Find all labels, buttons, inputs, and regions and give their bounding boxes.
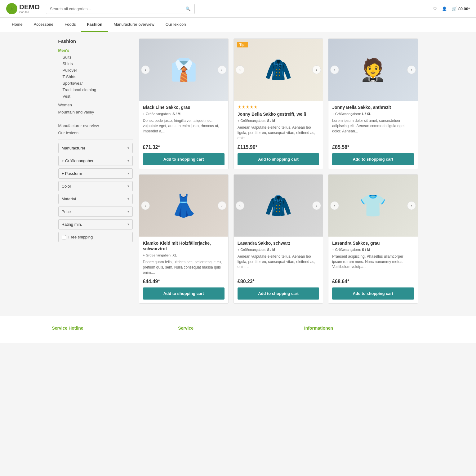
nav-accessoire[interactable]: Accessoire	[28, 18, 59, 32]
product-2-image-wrapper: Tip! ‹ 🧥 ›	[234, 39, 323, 101]
sidebar-lexicon[interactable]: Our lexicon	[58, 129, 133, 136]
free-shipping-checkbox[interactable]	[62, 235, 66, 239]
sidebar-item-mountain[interactable]: Mountain and valley	[58, 109, 133, 116]
filter-manufacturer[interactable]: Manufacturer▾	[58, 143, 133, 153]
product-5-silhouette: 🧥	[265, 193, 292, 218]
product-3-add-to-cart[interactable]: Add to shopping cart	[332, 153, 414, 165]
product-3-body: Jonny Bella Sakko, anthrazit + Größenang…	[328, 101, 417, 169]
filter-rating-label: Rating min.	[62, 222, 82, 227]
nav-foods[interactable]: Foods	[59, 18, 81, 32]
logo-subtitle: Coo-fas	[19, 11, 40, 14]
product-6-next-btn[interactable]: ›	[407, 201, 416, 210]
filter-rating[interactable]: Rating min.▾	[58, 219, 133, 229]
products-grid: ‹ 👔 › Black Line Sakko, grau + Größenang…	[139, 38, 418, 304]
product-1-image: 👔	[139, 39, 228, 101]
logo-title: DEMO	[19, 4, 40, 11]
free-shipping-label: Free shipping	[69, 235, 93, 239]
product-1-add-to-cart[interactable]: Add to shopping cart	[143, 153, 225, 165]
search-input[interactable]	[46, 4, 182, 14]
product-6-prev-btn[interactable]: ‹	[330, 201, 339, 210]
product-5-image-wrapper: ‹ 🧥 ›	[234, 175, 323, 237]
sidebar-item-suits[interactable]: Suits	[58, 54, 133, 60]
product-2-body: ★★★★★ Jonny Bella Sakko gestreift, weiß …	[234, 101, 323, 169]
product-5-add-to-cart[interactable]: Add to shopping cart	[238, 287, 319, 300]
nav-lexicon[interactable]: Our lexicon	[160, 18, 192, 32]
product-4-add-to-cart[interactable]: Add to shopping cart	[143, 287, 225, 300]
filter-color[interactable]: Color▾	[58, 181, 133, 191]
filter-material-label: Material	[62, 197, 76, 201]
product-5-next-btn[interactable]: ›	[312, 201, 321, 210]
logo[interactable]: 🌿 DEMO Coo-fas	[6, 3, 40, 14]
product-1-sizes: + Größenangaben: S / M	[143, 112, 225, 116]
wishlist-icon[interactable]: ♡	[433, 7, 437, 11]
search-button[interactable]: 🔍	[182, 4, 194, 14]
sidebar-item-shirts[interactable]: Shirts	[58, 60, 133, 67]
product-3-prev-btn[interactable]: ‹	[330, 65, 339, 74]
filter-groessenangaben[interactable]: + Größenangaben▾	[58, 156, 133, 166]
product-2-add-to-cart[interactable]: Add to shopping cart	[238, 153, 319, 165]
sidebar-item-mens[interactable]: Men's	[58, 47, 133, 54]
product-4-prev-btn[interactable]: ‹	[141, 201, 150, 210]
product-2-next-btn[interactable]: ›	[312, 65, 321, 74]
product-6-price: £68.64*	[332, 279, 414, 284]
product-5-sizes: + Größenangaben: S / M	[238, 248, 319, 251]
sidebar-item-traditional[interactable]: Traditional clothing	[58, 87, 133, 93]
product-1-next-btn[interactable]: ›	[218, 65, 226, 74]
footer-service-title: Service	[178, 326, 298, 331]
product-1-price: £71.32*	[143, 145, 225, 150]
sidebar-item-women[interactable]: Women	[58, 101, 133, 109]
product-1-body: Black Line Sakko, grau + Größenangaben: …	[139, 101, 228, 169]
product-4-next-btn[interactable]: ›	[218, 201, 226, 210]
account-icon[interactable]: 👤	[442, 7, 447, 11]
sidebar-item-sportswear[interactable]: Sportswear	[58, 80, 133, 87]
sidebar-sep-2	[58, 140, 133, 140]
product-3-next-btn[interactable]: ›	[407, 65, 416, 74]
product-1-desc: Donec pede justo, fringilla vel, aliquet…	[143, 118, 225, 140]
product-6-add-to-cart[interactable]: Add to shopping cart	[332, 287, 414, 300]
product-6-desc: Praesent adipiscing. Phasellus ullamcorp…	[332, 254, 414, 275]
footer: Service Hotline Service Informationen	[0, 316, 476, 343]
sidebar-manufacturer-overview[interactable]: Manufacturer overview	[58, 122, 133, 129]
sidebar-item-pullover[interactable]: Pullover	[58, 67, 133, 73]
product-3-image-wrapper: ‹ 🤵 ›	[328, 39, 417, 101]
product-1-name: Black Line Sakko, grau	[143, 105, 225, 110]
filter-material[interactable]: Material▾	[58, 194, 133, 204]
main-content: Fashion Men's Suits Shirts Pullover T-Sh…	[52, 32, 424, 310]
filter-manufacturer-chevron: ▾	[127, 146, 129, 150]
sidebar: Fashion Men's Suits Shirts Pullover T-Sh…	[58, 38, 133, 304]
filter-passform[interactable]: + Passform▾	[58, 168, 133, 179]
product-5-desc: Aenean vulputate eleifend tellus. Aenean…	[238, 254, 319, 275]
sidebar-item-vest[interactable]: Vest	[58, 93, 133, 100]
product-card-3: ‹ 🤵 › Jonny Bella Sakko, anthrazit + Grö…	[328, 38, 418, 169]
nav-fashion[interactable]: Fashion	[81, 18, 108, 32]
filter-price-chevron: ▾	[127, 210, 129, 214]
products-area: ‹ 👔 › Black Line Sakko, grau + Größenang…	[139, 38, 418, 304]
footer-grid: Service Hotline Service Informationen	[52, 326, 424, 334]
product-6-image: 👕	[328, 175, 417, 237]
sidebar-title: Fashion	[58, 38, 133, 44]
filter-rating-chevron: ▾	[127, 222, 129, 226]
product-5-prev-btn[interactable]: ‹	[236, 201, 244, 210]
nav-manufacturer[interactable]: Manufacturer overview	[108, 18, 160, 32]
product-card-5: ‹ 🧥 › Lasandra Sakko, schwarz + Größenan…	[234, 174, 323, 304]
product-5-body: Lasandra Sakko, schwarz + Größenangaben:…	[234, 237, 323, 304]
sidebar-item-tshirts[interactable]: T-Shirts	[58, 73, 133, 80]
footer-col-service: Service	[178, 326, 298, 334]
cart-icon[interactable]: 🛒 £0.00*	[452, 7, 470, 11]
search-bar: 🔍	[46, 4, 195, 14]
nav-home[interactable]: Home	[6, 18, 28, 32]
product-6-silhouette: 👕	[359, 193, 386, 218]
filter-groessenangaben-label: + Größenangaben	[62, 158, 95, 163]
filter-groessenangaben-chevron: ▾	[127, 159, 129, 163]
free-shipping-filter: Free shipping	[58, 232, 133, 242]
filter-price[interactable]: Price▾	[58, 207, 133, 217]
product-4-image-wrapper: ‹ 👗 ›	[139, 175, 228, 237]
filter-color-label: Color	[62, 184, 71, 189]
product-4-desc: Donec quam felis, ultrices nec, pellente…	[143, 260, 225, 275]
product-2-stars: ★★★★★	[238, 105, 319, 109]
product-5-image: 🧥	[234, 175, 323, 237]
product-1-prev-btn[interactable]: ‹	[141, 65, 150, 74]
product-2-prev-btn[interactable]: ‹	[236, 65, 244, 74]
product-card-1: ‹ 👔 › Black Line Sakko, grau + Größenang…	[139, 38, 229, 169]
filter-price-label: Price	[62, 209, 71, 214]
